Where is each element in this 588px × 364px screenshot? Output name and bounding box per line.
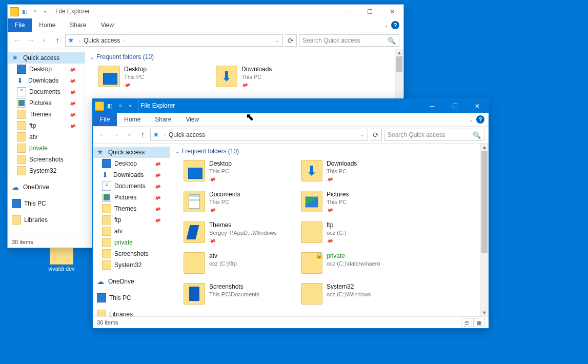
nav-themes[interactable]: Themes📌	[8, 109, 85, 120]
scroll-thumb[interactable]	[481, 151, 488, 253]
nav-screenshots[interactable]: Screenshots	[93, 248, 170, 259]
chevron-right-icon[interactable]: ›	[163, 132, 167, 137]
address-dropdown-icon[interactable]: ⌄	[359, 132, 366, 137]
back-button[interactable]: ←	[97, 129, 108, 140]
qat-properties-icon[interactable]: ◧	[20, 7, 29, 16]
forward-button[interactable]: →	[110, 129, 121, 140]
nav-documents[interactable]: ≡Documents📌	[93, 180, 170, 192]
nav-atv[interactable]: atv	[8, 131, 85, 143]
forward-button[interactable]: →	[25, 35, 36, 46]
group-header-frequent[interactable]: ⌄ Frequent folders (10)	[170, 144, 489, 158]
nav-pictures[interactable]: Pictures📌	[8, 97, 85, 109]
qat-properties-icon[interactable]: ◧	[105, 102, 114, 111]
chevron-right-icon[interactable]: ›	[78, 38, 82, 43]
maximize-button[interactable]: ☐	[358, 5, 381, 18]
nav-thispc[interactable]: This PC	[8, 198, 85, 209]
up-button[interactable]: ↑	[137, 129, 148, 140]
scrollbar[interactable]: ▲ ▼	[480, 144, 489, 316]
tab-share[interactable]: Share	[63, 18, 93, 32]
recent-dropdown[interactable]: ▾	[38, 35, 50, 46]
nav-private[interactable]: private	[8, 143, 85, 154]
scroll-down-icon[interactable]: ▼	[480, 309, 489, 316]
address-bar[interactable]: ★ › Quick access › ⌄	[65, 34, 283, 47]
refresh-button[interactable]: ⟳	[370, 129, 382, 141]
nav-themes[interactable]: Themes📌	[93, 203, 170, 214]
collapse-ribbon-icon[interactable]: ⌄	[469, 117, 473, 123]
nav-documents[interactable]: ≡Documents📌	[8, 86, 85, 97]
nav-thispc[interactable]: This PC	[93, 292, 170, 304]
help-icon[interactable]: ?	[391, 21, 399, 29]
maximize-button[interactable]: ☐	[443, 99, 466, 113]
scroll-up-icon[interactable]: ▲	[480, 144, 489, 151]
nav-atv[interactable]: atv	[93, 226, 170, 237]
nav-downloads[interactable]: ⬇Downloads📌	[93, 169, 170, 180]
navigation-pane[interactable]: ★ Quick access Desktop📌 ⬇Downloads📌 ≡Doc…	[8, 49, 85, 236]
folder-tile[interactable]: DesktopThis PC📌	[183, 158, 298, 187]
tab-view[interactable]: View	[178, 113, 206, 126]
nav-onedrive[interactable]: ☁OneDrive	[8, 181, 85, 193]
tab-home[interactable]: Home	[117, 113, 148, 126]
nav-system32[interactable]: System32	[93, 259, 170, 271]
collapse-ribbon-icon[interactable]: ⌄	[384, 23, 388, 28]
qat-newfolder-icon[interactable]: ✧	[115, 102, 125, 111]
folder-tile[interactable]: System32ocz (C:)\Windows	[300, 281, 415, 310]
nav-private[interactable]: private	[93, 237, 170, 248]
address-bar[interactable]: ★ › Quick access ⌄	[150, 129, 368, 141]
folder-tile[interactable]: ScreenshotsThis PC\Documents	[183, 281, 298, 310]
qat-newfolder-icon[interactable]: ✧	[30, 7, 39, 16]
nav-downloads[interactable]: ⬇Downloads📌	[8, 75, 85, 86]
nav-system32[interactable]: System32	[8, 165, 85, 176]
tab-view[interactable]: View	[93, 18, 121, 32]
nav-desktop[interactable]: Desktop📌	[93, 158, 170, 169]
nav-libraries[interactable]: Libraries	[8, 214, 85, 226]
folder-tile-desktop[interactable]: Desktop This PC 📌	[97, 64, 213, 92]
scroll-thumb[interactable]	[396, 56, 402, 72]
nav-desktop[interactable]: Desktop📌	[8, 64, 85, 75]
folder-tile[interactable]: ftpocz (C:)📌	[300, 219, 415, 248]
close-button[interactable]: ✕	[381, 5, 403, 18]
refresh-button[interactable]: ⟳	[285, 34, 297, 47]
folder-tile-downloads[interactable]: Downloads This PC 📌	[215, 64, 330, 92]
nav-ftp[interactable]: ftp📌	[8, 120, 85, 131]
tab-home[interactable]: Home	[32, 18, 63, 32]
details-view-button[interactable]: ☰	[461, 318, 472, 327]
breadcrumb[interactable]: Quick access	[84, 37, 120, 44]
tab-file[interactable]: File	[93, 113, 117, 126]
address-dropdown-icon[interactable]: ⌄	[274, 38, 280, 43]
titlebar[interactable]: ◧ ✧ ▾ File Explorer ─ ☐ ✕	[93, 99, 489, 113]
up-button[interactable]: ↑	[52, 35, 63, 46]
nav-onedrive[interactable]: ☁OneDrive	[93, 276, 170, 287]
folder-tile[interactable]: atvocz (C:)\ftp	[183, 250, 298, 279]
folder-tile[interactable]: PicturesThis PC📌	[300, 189, 415, 217]
nav-screenshots[interactable]: Screenshots	[8, 154, 85, 165]
search-input[interactable]: Search Quick access 🔍	[299, 34, 399, 47]
file-explorer-window-front[interactable]: ◧ ✧ ▾ File Explorer ─ ☐ ✕ File Home Shar…	[92, 98, 489, 329]
folder-tile[interactable]: DownloadsThis PC📌	[300, 158, 415, 187]
icons-view-button[interactable]: ▦	[473, 318, 484, 327]
qat-dropdown-icon[interactable]: ▾	[126, 102, 135, 111]
nav-quick-access[interactable]: ★ Quick access	[8, 52, 85, 64]
titlebar[interactable]: ◧ ✧ ▾ File Explorer ─ ☐ ✕	[8, 5, 403, 18]
qat-dropdown-icon[interactable]: ▾	[40, 7, 50, 16]
help-icon[interactable]: ?	[476, 115, 484, 124]
chevron-right-icon[interactable]: ›	[122, 38, 126, 43]
nav-ftp[interactable]: ftp📌	[93, 214, 170, 226]
minimize-button[interactable]: ─	[336, 5, 358, 18]
tab-file[interactable]: File	[8, 18, 32, 32]
folder-tile[interactable]: DocumentsThis PC📌	[183, 189, 298, 217]
nav-libraries[interactable]: Libraries	[93, 309, 170, 316]
tab-share[interactable]: Share	[148, 113, 178, 126]
nav-pictures[interactable]: Pictures📌	[93, 192, 170, 203]
nav-quick-access[interactable]: ★ Quick access	[93, 147, 170, 158]
search-input[interactable]: Search Quick access 🔍	[384, 129, 484, 141]
navigation-pane[interactable]: ★ Quick access Desktop📌 ⬇Downloads📌 ≡Doc…	[93, 144, 170, 316]
minimize-button[interactable]: ─	[421, 99, 443, 113]
folder-tile[interactable]: ThemesSergey T\AppD...\Windows📌	[183, 219, 298, 248]
group-header-frequent[interactable]: ⌄ Frequent folders (10)	[85, 49, 403, 64]
back-button[interactable]: ←	[12, 35, 23, 46]
folder-tile[interactable]: 🔒privateocz (C:)\data\winaero	[300, 250, 415, 279]
scroll-up-icon[interactable]: ▲	[395, 49, 403, 56]
close-button[interactable]: ✕	[466, 99, 489, 113]
recent-dropdown[interactable]: ▾	[124, 129, 135, 140]
breadcrumb[interactable]: Quick access	[169, 131, 205, 138]
